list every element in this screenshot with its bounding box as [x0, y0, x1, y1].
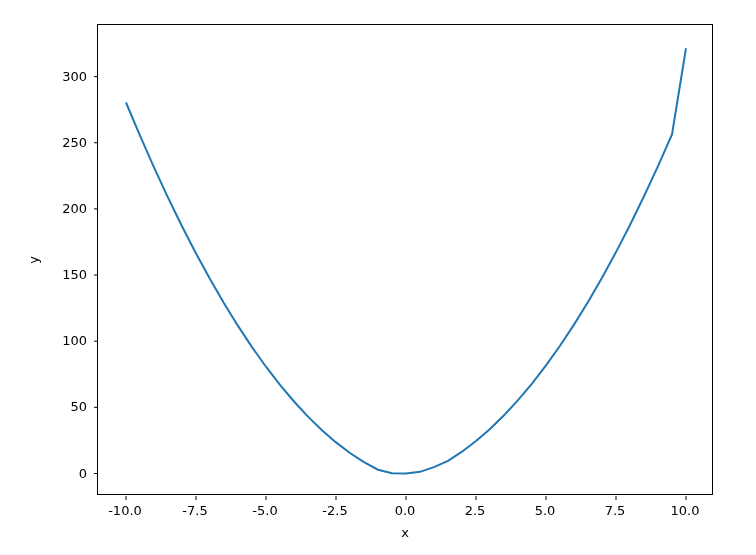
x-tick-label: 0.0: [395, 503, 416, 518]
x-tick-label: 7.5: [605, 503, 626, 518]
x-tick-label: -7.5: [182, 503, 207, 518]
y-tick-label: 200: [62, 200, 87, 215]
plot-area: [98, 25, 712, 494]
x-axis-label: x: [401, 525, 409, 540]
x-tick-label: 2.5: [465, 503, 486, 518]
y-axis-label: y: [26, 256, 41, 264]
y-tick-label: 300: [62, 68, 87, 83]
x-tick-label: -5.0: [252, 503, 277, 518]
figure: -10.0-7.5-5.0-2.50.02.55.07.510.0 050100…: [0, 0, 756, 555]
y-tick-label: 0: [79, 465, 87, 480]
x-tick-label: -10.0: [108, 503, 142, 518]
x-tick-label: -2.5: [322, 503, 347, 518]
y-tick-label: 250: [62, 134, 87, 149]
y-tick-label: 50: [70, 399, 87, 414]
y-tick-label: 150: [62, 267, 87, 282]
chart-axes: [97, 24, 713, 495]
x-tick-label: 5.0: [535, 503, 556, 518]
x-tick-label: 10.0: [671, 503, 700, 518]
series-curve: [126, 48, 686, 473]
y-tick-label: 100: [62, 333, 87, 348]
